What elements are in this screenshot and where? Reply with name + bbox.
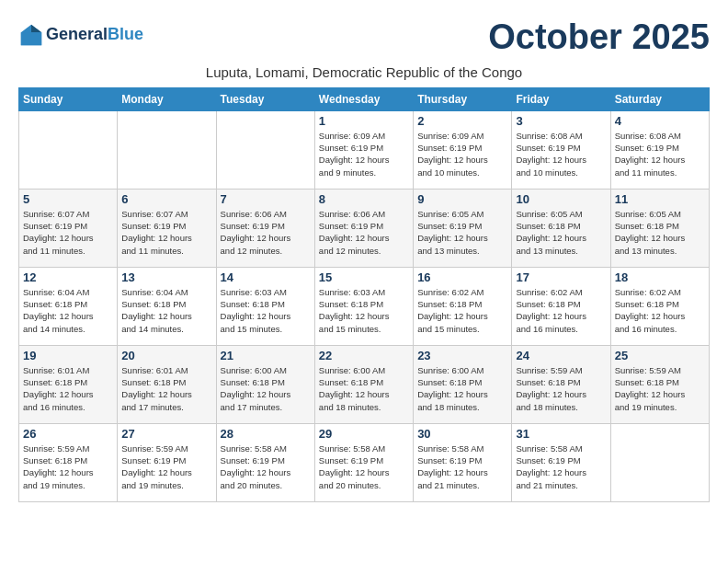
day-number: 7 xyxy=(221,192,311,206)
day-number: 22 xyxy=(319,349,409,362)
calendar-week: 5Sunrise: 6:07 AM Sunset: 6:19 PM Daylig… xyxy=(19,189,710,267)
calendar-cell xyxy=(19,110,118,189)
weekday-header: Sunday xyxy=(19,87,118,110)
day-info: Sunrise: 6:05 AM Sunset: 6:18 PM Dayligh… xyxy=(516,208,606,257)
day-number: 17 xyxy=(516,270,606,284)
day-info: Sunrise: 6:07 AM Sunset: 6:19 PM Dayligh… xyxy=(121,208,211,257)
day-number: 29 xyxy=(319,427,409,441)
calendar-cell xyxy=(118,110,216,189)
calendar-cell: 19Sunrise: 6:01 AM Sunset: 6:18 PM Dayli… xyxy=(19,345,118,423)
calendar-cell: 14Sunrise: 6:03 AM Sunset: 6:18 PM Dayli… xyxy=(216,267,314,345)
day-info: Sunrise: 6:06 AM Sunset: 6:19 PM Dayligh… xyxy=(221,208,311,257)
calendar-week: 1Sunrise: 6:09 AM Sunset: 6:19 PM Daylig… xyxy=(19,110,710,189)
day-number: 25 xyxy=(615,349,705,362)
calendar-cell: 6Sunrise: 6:07 AM Sunset: 6:19 PM Daylig… xyxy=(118,189,216,267)
day-number: 3 xyxy=(516,114,606,128)
header: GeneralBlue October 2025 xyxy=(18,18,710,57)
weekday-header: Monday xyxy=(118,87,216,110)
day-number: 21 xyxy=(221,349,311,362)
day-info: Sunrise: 5:59 AM Sunset: 6:18 PM Dayligh… xyxy=(516,364,606,413)
day-info: Sunrise: 5:58 AM Sunset: 6:19 PM Dayligh… xyxy=(417,442,507,491)
weekday-header: Friday xyxy=(512,87,610,110)
day-info: Sunrise: 6:00 AM Sunset: 6:18 PM Dayligh… xyxy=(221,364,311,413)
calendar-cell: 28Sunrise: 5:58 AM Sunset: 6:19 PM Dayli… xyxy=(216,423,314,501)
day-info: Sunrise: 6:00 AM Sunset: 6:18 PM Dayligh… xyxy=(417,364,507,413)
calendar-cell: 11Sunrise: 6:05 AM Sunset: 6:18 PM Dayli… xyxy=(610,189,709,267)
day-number: 26 xyxy=(23,427,113,441)
calendar-cell: 29Sunrise: 5:58 AM Sunset: 6:19 PM Dayli… xyxy=(314,423,413,501)
day-number: 13 xyxy=(121,270,211,284)
day-info: Sunrise: 5:59 AM Sunset: 6:19 PM Dayligh… xyxy=(121,442,211,491)
day-info: Sunrise: 5:59 AM Sunset: 6:18 PM Dayligh… xyxy=(615,364,705,413)
calendar-week: 12Sunrise: 6:04 AM Sunset: 6:18 PM Dayli… xyxy=(19,267,710,345)
calendar-cell: 9Sunrise: 6:05 AM Sunset: 6:19 PM Daylig… xyxy=(414,189,512,267)
svg-marker-1 xyxy=(31,25,41,32)
day-info: Sunrise: 6:04 AM Sunset: 6:18 PM Dayligh… xyxy=(121,286,211,335)
calendar-cell xyxy=(216,110,314,189)
day-number: 18 xyxy=(615,270,705,284)
calendar-cell: 18Sunrise: 6:02 AM Sunset: 6:18 PM Dayli… xyxy=(610,267,709,345)
day-number: 19 xyxy=(23,349,113,362)
day-number: 30 xyxy=(417,427,507,441)
calendar-cell: 12Sunrise: 6:04 AM Sunset: 6:18 PM Dayli… xyxy=(19,267,118,345)
day-number: 8 xyxy=(319,192,409,206)
day-number: 27 xyxy=(121,427,211,441)
day-info: Sunrise: 6:01 AM Sunset: 6:18 PM Dayligh… xyxy=(121,364,211,413)
day-info: Sunrise: 6:01 AM Sunset: 6:18 PM Dayligh… xyxy=(23,364,113,413)
calendar-cell: 22Sunrise: 6:00 AM Sunset: 6:18 PM Dayli… xyxy=(314,345,413,423)
day-number: 15 xyxy=(319,270,409,284)
day-info: Sunrise: 6:02 AM Sunset: 6:18 PM Dayligh… xyxy=(417,286,507,335)
day-number: 9 xyxy=(417,192,507,206)
day-info: Sunrise: 5:58 AM Sunset: 6:19 PM Dayligh… xyxy=(516,442,606,491)
day-info: Sunrise: 6:02 AM Sunset: 6:18 PM Dayligh… xyxy=(516,286,606,335)
calendar-week: 19Sunrise: 6:01 AM Sunset: 6:18 PM Dayli… xyxy=(19,345,710,423)
day-info: Sunrise: 6:00 AM Sunset: 6:18 PM Dayligh… xyxy=(319,364,409,413)
day-number: 20 xyxy=(121,349,211,362)
day-info: Sunrise: 6:08 AM Sunset: 6:19 PM Dayligh… xyxy=(615,130,705,178)
month-title: October 2025 xyxy=(488,18,710,57)
day-number: 28 xyxy=(221,427,311,441)
weekday-header: Tuesday xyxy=(216,87,314,110)
day-number: 31 xyxy=(516,427,606,441)
day-number: 24 xyxy=(516,349,606,362)
day-info: Sunrise: 6:02 AM Sunset: 6:18 PM Dayligh… xyxy=(615,286,705,335)
calendar-cell: 26Sunrise: 5:59 AM Sunset: 6:18 PM Dayli… xyxy=(19,423,118,501)
day-info: Sunrise: 5:58 AM Sunset: 6:19 PM Dayligh… xyxy=(221,442,311,491)
calendar-cell: 13Sunrise: 6:04 AM Sunset: 6:18 PM Dayli… xyxy=(118,267,216,345)
day-info: Sunrise: 6:07 AM Sunset: 6:19 PM Dayligh… xyxy=(23,208,113,257)
calendar-cell: 21Sunrise: 6:00 AM Sunset: 6:18 PM Dayli… xyxy=(216,345,314,423)
day-info: Sunrise: 5:58 AM Sunset: 6:19 PM Dayligh… xyxy=(319,442,409,491)
day-info: Sunrise: 6:09 AM Sunset: 6:19 PM Dayligh… xyxy=(319,130,409,178)
calendar-cell: 5Sunrise: 6:07 AM Sunset: 6:19 PM Daylig… xyxy=(19,189,118,267)
calendar-week: 26Sunrise: 5:59 AM Sunset: 6:18 PM Dayli… xyxy=(19,423,710,501)
day-info: Sunrise: 6:03 AM Sunset: 6:18 PM Dayligh… xyxy=(319,286,409,335)
calendar-cell xyxy=(610,423,709,501)
calendar-cell: 7Sunrise: 6:06 AM Sunset: 6:19 PM Daylig… xyxy=(216,189,314,267)
weekday-header: Wednesday xyxy=(314,87,413,110)
calendar-cell: 25Sunrise: 5:59 AM Sunset: 6:18 PM Dayli… xyxy=(610,345,709,423)
day-info: Sunrise: 6:08 AM Sunset: 6:19 PM Dayligh… xyxy=(516,130,606,178)
calendar-cell: 1Sunrise: 6:09 AM Sunset: 6:19 PM Daylig… xyxy=(314,110,413,189)
day-number: 12 xyxy=(23,270,113,284)
day-info: Sunrise: 6:05 AM Sunset: 6:18 PM Dayligh… xyxy=(615,208,705,257)
calendar-cell: 17Sunrise: 6:02 AM Sunset: 6:18 PM Dayli… xyxy=(512,267,610,345)
calendar-cell: 4Sunrise: 6:08 AM Sunset: 6:19 PM Daylig… xyxy=(610,110,709,189)
weekday-header: Saturday xyxy=(610,87,709,110)
day-number: 16 xyxy=(417,270,507,284)
calendar-cell: 3Sunrise: 6:08 AM Sunset: 6:19 PM Daylig… xyxy=(512,110,610,189)
calendar: SundayMondayTuesdayWednesdayThursdayFrid… xyxy=(18,87,710,502)
day-info: Sunrise: 6:05 AM Sunset: 6:19 PM Dayligh… xyxy=(417,208,507,257)
svg-rect-2 xyxy=(21,32,41,45)
calendar-cell: 2Sunrise: 6:09 AM Sunset: 6:19 PM Daylig… xyxy=(414,110,512,189)
day-number: 10 xyxy=(516,192,606,206)
calendar-cell: 20Sunrise: 6:01 AM Sunset: 6:18 PM Dayli… xyxy=(118,345,216,423)
day-info: Sunrise: 6:06 AM Sunset: 6:19 PM Dayligh… xyxy=(319,208,409,257)
day-number: 23 xyxy=(417,349,507,362)
day-number: 2 xyxy=(417,114,507,128)
weekday-header: Thursday xyxy=(414,87,512,110)
day-number: 14 xyxy=(221,270,311,284)
calendar-cell: 15Sunrise: 6:03 AM Sunset: 6:18 PM Dayli… xyxy=(314,267,413,345)
day-info: Sunrise: 5:59 AM Sunset: 6:18 PM Dayligh… xyxy=(23,442,113,491)
calendar-cell: 30Sunrise: 5:58 AM Sunset: 6:19 PM Dayli… xyxy=(414,423,512,501)
calendar-cell: 24Sunrise: 5:59 AM Sunset: 6:18 PM Dayli… xyxy=(512,345,610,423)
